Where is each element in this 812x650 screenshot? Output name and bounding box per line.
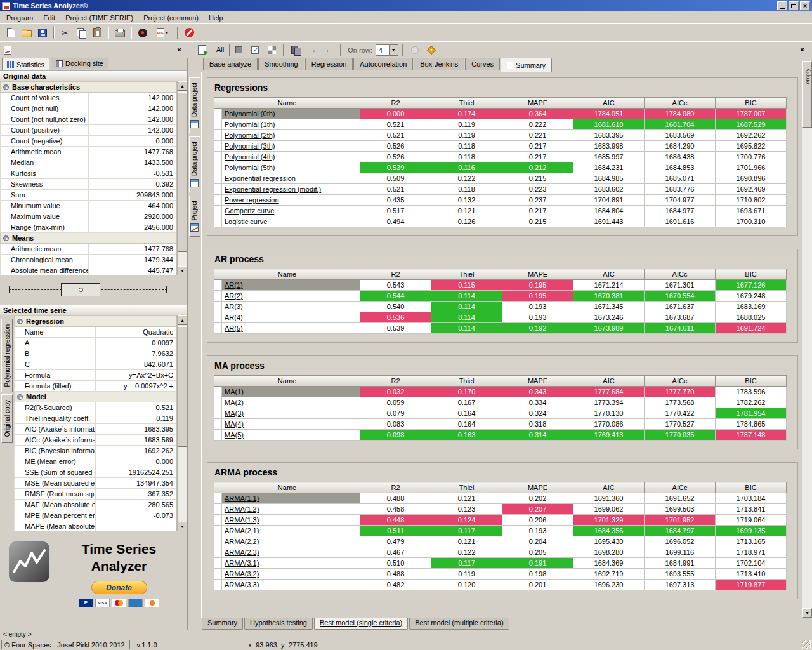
multi-select-button[interactable] [264, 43, 279, 58]
hint-button[interactable] [407, 43, 422, 58]
main-scrollbar[interactable]: ▲ ▼ [802, 72, 812, 618]
column-header-name[interactable]: Name [214, 98, 360, 109]
model-name-cell[interactable]: Polynomial (2th) [222, 130, 360, 141]
column-header-bic[interactable]: BIC [716, 376, 787, 387]
tab-autocorrelation[interactable]: Autocorrelation [353, 58, 413, 70]
model-name-cell[interactable]: MA(5) [222, 430, 360, 441]
column-header-bic[interactable]: BIC [716, 482, 787, 493]
bottom-tab-best-model-single-criteria[interactable]: Best model (single criteria) [314, 618, 408, 630]
cancel-button[interactable] [181, 25, 197, 41]
model-name-cell[interactable]: Polynomial (0th) [222, 109, 360, 119]
menu-item-edit[interactable]: Edit [38, 13, 60, 23]
model-name-cell[interactable]: Logistic curve [222, 216, 360, 227]
copy-button[interactable] [74, 25, 89, 41]
model-name-link[interactable]: MA(2) [225, 399, 244, 406]
scroll-down-button[interactable]: ▼ [802, 608, 812, 618]
model-name-cell[interactable]: ARMA(1,3) [222, 515, 360, 526]
model-name-cell[interactable]: ARMA(3,3) [222, 580, 360, 590]
column-header-mape[interactable]: MAPE [502, 482, 573, 493]
model-name-cell[interactable]: Gompertz curve [222, 206, 360, 216]
tab-smoothing[interactable]: Smoothing [258, 58, 304, 70]
statistics-scrollbar[interactable]: ▲ ▼ [177, 81, 187, 275]
model-name-link[interactable]: AR(1) [225, 281, 243, 289]
model-name-link[interactable]: ARMA(3,3) [225, 581, 259, 588]
main-dock-close-button[interactable]: × [797, 45, 807, 55]
column-header-aicc[interactable]: AICc [645, 376, 716, 387]
model-name-link[interactable]: MA(3) [225, 409, 244, 417]
serie-side-tab-original-copy[interactable]: Original copy [1, 394, 13, 442]
side-tab-project-2[interactable]: Project [189, 196, 200, 237]
left-tab-docking-site[interactable]: Docking site [51, 58, 108, 69]
model-name-link[interactable]: Polynomial (0th) [225, 110, 275, 117]
model-name-link[interactable]: AR(3) [225, 303, 243, 310]
tab-base-analyze[interactable]: Base analyze [203, 58, 258, 70]
bottom-tab-hypothesis-testing[interactable]: Hypothesis testing [244, 618, 313, 630]
model-name-link[interactable]: MA(5) [225, 431, 244, 439]
pdf-export-button[interactable]: ▾ [151, 25, 174, 41]
model-name-cell[interactable]: Exponential regression (modif.) [222, 184, 360, 195]
restore-button[interactable] [789, 1, 799, 10]
column-header-name[interactable]: Name [214, 482, 360, 493]
menu-item-project-common[interactable]: Project (common) [138, 13, 204, 23]
model-name-cell[interactable]: ARMA(2,1) [222, 526, 360, 536]
menu-item-help[interactable]: Help [204, 13, 228, 23]
column-header-aicc[interactable]: AICc [645, 482, 716, 493]
model-name-link[interactable]: ARMA(2,2) [225, 538, 259, 545]
tab-curves[interactable]: Curves [465, 58, 500, 70]
scroll-down-button[interactable]: ▼ [178, 522, 187, 531]
open-folder-button[interactable] [19, 25, 34, 41]
column-header-aic[interactable]: AIC [573, 482, 645, 493]
all-button[interactable]: All [211, 44, 230, 56]
scroll-down-button[interactable]: ▼ [178, 266, 187, 275]
group-row-base-characteristics[interactable]: Base characteristics [1, 82, 176, 93]
scroll-track[interactable] [802, 82, 812, 608]
scroll-track[interactable] [178, 325, 187, 522]
model-name-cell[interactable]: MA(1) [222, 387, 360, 397]
group-row-means[interactable]: Means [1, 233, 176, 244]
model-name-cell[interactable]: MA(4) [222, 419, 360, 430]
column-header-aicc[interactable]: AICc [645, 98, 716, 109]
model-name-link[interactable]: Polynomial (1th) [225, 121, 275, 128]
model-name-link[interactable]: Exponential regression [225, 175, 296, 182]
export-chart-button[interactable] [194, 43, 209, 58]
serie-scrollbar[interactable]: ▲ ▼ [177, 315, 187, 531]
menu-item-project-time-serie[interactable]: Project (TIME SERIE) [60, 13, 138, 23]
side-tab-data-project-1[interactable]: Data project [189, 136, 200, 192]
model-name-cell[interactable]: Exponential regression [222, 173, 360, 184]
model-name-link[interactable]: ARMA(1,2) [225, 505, 259, 513]
model-name-cell[interactable]: MA(2) [222, 397, 360, 408]
shift-left-button[interactable] [321, 43, 336, 58]
column-header-mape[interactable]: MAPE [502, 98, 573, 109]
model-name-link[interactable]: AR(2) [225, 292, 243, 300]
tab-summary[interactable]: Summary [501, 58, 552, 72]
scroll-up-button[interactable]: ▲ [178, 81, 187, 91]
column-header-aicc[interactable]: AICc [645, 269, 716, 280]
group-row-model[interactable]: Model [15, 392, 176, 402]
model-name-cell[interactable]: Power regression [222, 195, 360, 206]
model-name-link[interactable]: Polynomial (3th) [225, 142, 275, 150]
model-name-cell[interactable]: ARMA(3,2) [222, 569, 360, 580]
print-button[interactable] [112, 25, 128, 41]
new-file-button[interactable] [3, 25, 18, 41]
model-name-cell[interactable]: Polynomial (1th) [222, 119, 360, 130]
serie-side-tab-polynomial-regression[interactable]: Polynomial regression [1, 319, 13, 392]
left-tab-statistics[interactable]: Statistics [2, 58, 49, 70]
minimize-button[interactable] [777, 1, 787, 10]
column-header-mape[interactable]: MAPE [502, 269, 573, 280]
column-header-thiel[interactable]: Thiel [431, 482, 502, 493]
column-header-aic[interactable]: AIC [573, 269, 645, 280]
column-header-aic[interactable]: AIC [573, 376, 645, 387]
check-selection-button[interactable] [247, 43, 263, 58]
right-empty-tab[interactable]: empty [802, 61, 812, 91]
save-button[interactable] [35, 25, 50, 41]
column-header-name[interactable]: Name [214, 376, 360, 387]
model-name-cell[interactable]: Polynomial (4th) [222, 152, 360, 162]
model-name-cell[interactable]: ARMA(2,3) [222, 547, 360, 558]
column-header-thiel[interactable]: Thiel [431, 269, 502, 280]
model-name-link[interactable]: MA(4) [225, 420, 244, 428]
column-header-thiel[interactable]: Thiel [431, 376, 502, 387]
scroll-up-button[interactable]: ▲ [178, 315, 187, 325]
bottom-tab-summary[interactable]: Summary [202, 618, 243, 630]
model-name-cell[interactable]: AR(5) [222, 323, 360, 334]
left-dock-close-button[interactable]: × [174, 45, 184, 55]
